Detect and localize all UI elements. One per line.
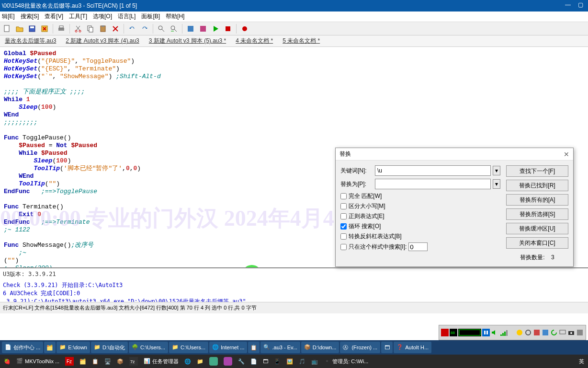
tab-5[interactable]: 5 未命名文档 * [280,36,323,46]
save-icon[interactable] [27,23,37,34]
app-icon[interactable] [533,329,541,336]
task-item[interactable]: 📦 [115,356,125,367]
task-item[interactable]: 📁C:\Users... [169,342,208,353]
wifi-icon[interactable] [499,329,515,336]
undo-icon[interactable] [127,23,137,34]
task-item[interactable]: 📊任务管理器 [142,356,181,367]
minimize-button[interactable]: — [562,1,574,10]
tab-2[interactable]: 2 新建 AutoIt v3 脚本 (4).au3 [63,36,142,46]
task-item[interactable]: 🎵 [297,356,307,367]
replacebuf-button[interactable]: 替换缓冲区[U] [506,223,568,234]
task-item[interactable]: Ⓐ(Frozen) ... [340,342,380,353]
task-item[interactable]: 📁D:\自动化 [91,342,128,353]
menu-edit[interactable]: 辑[E] [2,12,15,21]
dialog-close-icon[interactable]: ✕ [564,150,569,158]
monitor-icon[interactable] [559,329,566,336]
task-item[interactable]: 🖥️ [102,356,113,367]
dialog-titlebar[interactable]: 替换 ✕ [336,148,573,161]
menu-tools[interactable]: 工具[T] [69,12,87,21]
task-item[interactable]: 📋 [248,342,260,353]
task-item[interactable]: 🗂️ [44,342,56,353]
print-icon[interactable] [56,23,67,34]
task-item[interactable]: 🌳C:\Users... [129,342,168,353]
task-item[interactable]: 🔍.au3 - Ev... [260,342,300,353]
menu-help[interactable]: 帮助[H] [166,12,184,21]
cut-icon[interactable] [73,23,83,34]
app-icon[interactable] [516,329,523,336]
dropdown-icon[interactable]: ▾ [493,179,500,189]
task-item[interactable] [207,356,220,367]
style-input[interactable] [408,242,428,251]
open-icon[interactable] [14,23,25,34]
replaceall-button[interactable]: 替换所有的[A] [506,194,568,206]
replace-icon[interactable] [169,23,179,34]
menu-lang[interactable]: 语言[L] [118,12,136,21]
task-item[interactable]: 🗔 [261,356,270,367]
task-item[interactable]: 🔧 [236,356,247,367]
close-button[interactable]: 关闭本窗口[C] [506,237,568,249]
delete-icon[interactable] [110,23,121,34]
backslash-checkbox[interactable] [340,233,347,240]
tab-3[interactable]: 3 新建 AutoIt v3 脚本 (5).au3 * [146,36,229,46]
task-item[interactable]: 🌐Internet ... [209,342,248,353]
volume-icon[interactable] [491,329,498,336]
record-icon[interactable] [239,23,250,34]
refresh-icon[interactable] [550,329,558,336]
tab-4[interactable]: 4 未命名文档 * [233,36,276,46]
menu-search[interactable]: 搜索[S] [21,12,39,21]
menu-view[interactable]: 查看[V] [45,12,63,21]
task-item[interactable]: Fz [63,356,76,367]
task-item[interactable]: 🌐 [182,356,193,367]
output-panel[interactable]: U3版本: 3.3.9.21 Check (3.3.9.21) 开始目录:C:\… [0,267,588,302]
task-item[interactable]: 📱 [272,356,283,367]
task-item[interactable]: 📦D:\down... [301,342,339,353]
task-item[interactable]: 🎬MKVToolNix ... [14,356,61,367]
paste-icon[interactable] [98,23,108,34]
replace-input[interactable] [375,179,491,189]
ime-indicator[interactable]: 英 [577,356,586,367]
gear-icon[interactable] [524,329,532,336]
stop-icon[interactable] [441,329,449,336]
task-item[interactable]: 🗔 [381,342,393,353]
menu-options[interactable]: 选项[O] [93,12,112,21]
find-icon[interactable] [156,23,167,34]
close-icon[interactable] [39,23,50,34]
matchcase-checkbox[interactable] [340,203,347,209]
task-item[interactable]: 📄创作中心 ... [2,342,43,353]
compile-icon[interactable] [185,23,196,34]
meter-icon[interactable] [458,329,481,336]
keyword-input[interactable] [375,165,491,176]
task-item[interactable]: ▪️管理员: C:\Wi... [322,356,370,367]
new-icon[interactable] [2,23,12,34]
task-item[interactable]: 📁 [195,356,205,367]
replace-button[interactable]: 替换已找到[R] [506,180,568,191]
task-item[interactable]: 🖼️ [284,356,295,367]
wrap-checkbox[interactable] [340,223,347,230]
redo-icon[interactable] [139,23,150,34]
task-item[interactable]: 📁E:\down [57,342,90,353]
regex-checkbox[interactable] [340,213,347,219]
task-item[interactable] [222,356,234,367]
tab-1[interactable]: 量改名去后缀等.au3 [2,36,59,46]
task-item[interactable]: 7z [127,356,140,367]
styleonly-checkbox[interactable] [340,244,347,250]
camera-icon[interactable] [567,329,575,336]
pause-icon[interactable] [482,329,490,336]
app-icon[interactable] [542,329,549,336]
dropdown-icon[interactable]: ▾ [493,166,500,175]
task-item[interactable]: ❓AutoIt H... [394,342,431,353]
app-icon[interactable] [576,329,584,336]
go-icon[interactable] [210,23,221,34]
build-icon[interactable] [198,23,208,34]
task-item[interactable]: 📄 [249,356,259,367]
menu-buffer[interactable]: 面板[B] [141,12,160,21]
maximize-button[interactable]: ▢ [575,1,586,10]
copy-icon[interactable] [85,23,96,34]
clock-icon[interactable]: 88 [450,329,457,336]
replacesel-button[interactable]: 替换所选择[S] [506,208,568,220]
stop-icon[interactable] [223,23,233,34]
wholeword-checkbox[interactable] [340,193,347,199]
task-item[interactable]: 🗂️ [78,356,88,367]
task-item[interactable]: 📺 [309,356,320,367]
task-item[interactable]: 🍓 [2,356,12,367]
